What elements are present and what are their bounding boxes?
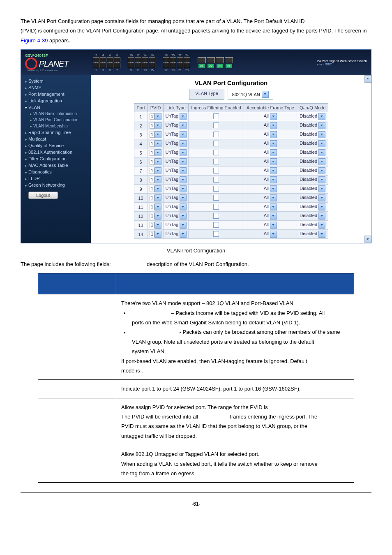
chevron-down-icon[interactable] bbox=[318, 131, 325, 138]
scroll-down-icon[interactable] bbox=[364, 236, 372, 243]
sidebar-item[interactable]: ▸VLAN Port Configuration bbox=[21, 117, 91, 123]
chevron-down-icon[interactable] bbox=[270, 122, 277, 129]
chevron-down-icon[interactable] bbox=[180, 231, 187, 238]
ingress-checkbox[interactable] bbox=[213, 195, 219, 201]
aft-select[interactable]: All bbox=[264, 141, 269, 146]
chevron-down-icon[interactable] bbox=[154, 140, 161, 147]
scroll-up-icon[interactable] bbox=[364, 75, 372, 83]
pvid-input[interactable]: 1 bbox=[150, 231, 154, 237]
qinq-select[interactable]: Disabled bbox=[300, 213, 317, 218]
ingress-checkbox[interactable] bbox=[213, 177, 219, 183]
chevron-down-icon[interactable] bbox=[318, 185, 325, 192]
chevron-down-icon[interactable] bbox=[154, 122, 161, 129]
sidebar-item[interactable]: ▸Link Aggregation bbox=[21, 97, 91, 104]
ingress-checkbox[interactable] bbox=[213, 213, 219, 219]
pvid-input[interactable]: 1 bbox=[150, 159, 154, 165]
chevron-down-icon[interactable] bbox=[318, 158, 325, 165]
aft-select[interactable]: All bbox=[264, 150, 269, 155]
ingress-checkbox[interactable] bbox=[213, 159, 219, 164]
chevron-down-icon[interactable] bbox=[270, 158, 277, 165]
chevron-down-icon[interactable] bbox=[318, 113, 325, 120]
chevron-down-icon[interactable] bbox=[318, 167, 325, 174]
aft-select[interactable]: All bbox=[264, 168, 269, 173]
pvid-input[interactable]: 1 bbox=[150, 141, 154, 147]
ingress-checkbox[interactable] bbox=[213, 132, 219, 137]
chevron-down-icon[interactable] bbox=[270, 231, 277, 238]
qinq-select[interactable]: Disabled bbox=[300, 195, 317, 200]
pvid-input[interactable]: 1 bbox=[150, 177, 154, 183]
sidebar-item[interactable]: ▸Port Management bbox=[21, 91, 91, 97]
qinq-select[interactable]: Disabled bbox=[300, 177, 317, 182]
chevron-down-icon[interactable] bbox=[318, 222, 325, 229]
chevron-down-icon[interactable] bbox=[180, 140, 187, 147]
sidebar-item[interactable]: ▸Rapid Spanning Tree bbox=[21, 129, 91, 136]
chevron-down-icon[interactable] bbox=[154, 231, 161, 238]
pvid-input[interactable]: 1 bbox=[150, 168, 154, 174]
link-type-select[interactable]: UnTag bbox=[165, 195, 180, 200]
chevron-down-icon[interactable] bbox=[270, 131, 277, 138]
link-type-select[interactable]: UnTag bbox=[165, 150, 180, 155]
aft-select[interactable]: All bbox=[264, 213, 269, 218]
chevron-down-icon[interactable] bbox=[180, 113, 187, 120]
chevron-down-icon[interactable] bbox=[180, 222, 187, 229]
link-type-select[interactable]: UnTag bbox=[165, 186, 180, 191]
chevron-down-icon[interactable] bbox=[180, 204, 187, 210]
pvid-input[interactable]: 1 bbox=[150, 186, 154, 192]
chevron-down-icon[interactable] bbox=[270, 149, 277, 156]
chevron-down-icon[interactable] bbox=[180, 131, 187, 138]
chevron-down-icon[interactable] bbox=[270, 213, 277, 220]
aft-select[interactable]: All bbox=[264, 204, 269, 209]
qinq-select[interactable]: Disabled bbox=[300, 204, 317, 209]
chevron-down-icon[interactable] bbox=[154, 131, 161, 138]
ingress-checkbox[interactable] bbox=[213, 141, 219, 146]
sidebar-item[interactable]: ▸System bbox=[21, 78, 91, 84]
chevron-down-icon[interactable] bbox=[270, 194, 277, 201]
link-type-select[interactable]: UnTag bbox=[165, 168, 180, 173]
pvid-input[interactable]: 1 bbox=[150, 132, 154, 138]
pvid-input[interactable]: 1 bbox=[150, 213, 154, 219]
link-type-select[interactable]: UnTag bbox=[165, 213, 180, 218]
aft-select[interactable]: All bbox=[264, 114, 269, 119]
chevron-down-icon[interactable] bbox=[318, 176, 325, 183]
sidebar-item[interactable]: ▸MAC Address Table bbox=[21, 162, 91, 169]
chevron-down-icon[interactable] bbox=[270, 113, 277, 120]
sidebar-item[interactable]: ▸Diagnostics bbox=[21, 169, 91, 175]
chevron-down-icon[interactable] bbox=[154, 167, 161, 174]
ingress-checkbox[interactable] bbox=[213, 150, 219, 155]
ingress-checkbox[interactable] bbox=[213, 123, 219, 128]
qinq-select[interactable]: Disabled bbox=[300, 132, 317, 137]
aft-select[interactable]: All bbox=[264, 177, 269, 182]
chevron-down-icon[interactable] bbox=[180, 149, 187, 156]
link-type-select[interactable]: UnTag bbox=[165, 159, 180, 164]
chevron-down-icon[interactable] bbox=[180, 213, 187, 220]
chevron-down-icon[interactable] bbox=[154, 222, 161, 229]
qinq-select[interactable]: Disabled bbox=[300, 222, 317, 227]
link-type-select[interactable]: UnTag bbox=[165, 141, 180, 146]
link-type-select[interactable]: UnTag bbox=[165, 177, 180, 182]
ingress-checkbox[interactable] bbox=[213, 231, 219, 237]
sidebar-item[interactable]: ▸Filter Configuration bbox=[21, 155, 91, 162]
pvid-input[interactable]: 1 bbox=[150, 123, 154, 129]
aft-select[interactable]: All bbox=[264, 231, 269, 236]
sidebar-item[interactable]: ▸VLAN Membership bbox=[21, 123, 91, 129]
qinq-select[interactable]: Disabled bbox=[300, 141, 317, 146]
chevron-down-icon[interactable] bbox=[180, 167, 187, 174]
pvid-input[interactable]: 1 bbox=[150, 204, 154, 210]
aft-select[interactable]: All bbox=[264, 222, 269, 227]
chevron-down-icon[interactable] bbox=[154, 176, 161, 183]
chevron-down-icon[interactable] bbox=[270, 167, 277, 174]
chevron-down-icon[interactable] bbox=[270, 185, 277, 192]
aft-select[interactable]: All bbox=[264, 186, 269, 191]
vlan-type-select[interactable]: 802.1Q VLAN bbox=[228, 89, 273, 100]
chevron-down-icon[interactable] bbox=[270, 140, 277, 147]
chevron-down-icon[interactable] bbox=[270, 176, 277, 183]
chevron-down-icon[interactable] bbox=[154, 158, 161, 165]
qinq-select[interactable]: Disabled bbox=[300, 231, 317, 236]
logout-button[interactable]: Logout bbox=[28, 192, 58, 199]
ingress-checkbox[interactable] bbox=[213, 113, 219, 119]
chevron-down-icon[interactable] bbox=[270, 222, 277, 229]
sidebar-item[interactable]: ▾VLAN bbox=[21, 104, 91, 111]
chevron-down-icon[interactable] bbox=[318, 194, 325, 201]
pvid-input[interactable]: 1 bbox=[150, 195, 154, 201]
qinq-select[interactable]: Disabled bbox=[300, 114, 317, 119]
